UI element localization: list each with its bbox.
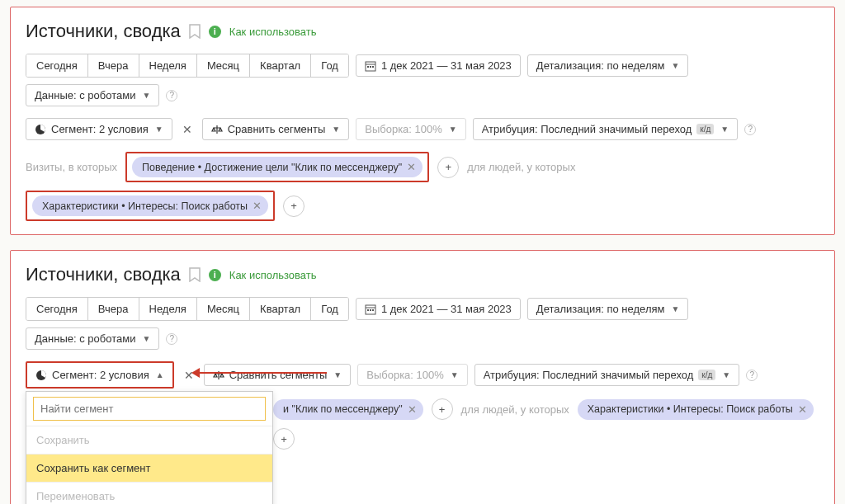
data-mode-select[interactable]: Данные: с роботами▼ — [26, 327, 159, 350]
chip-behavior[interactable]: Поведение • Достижение цели "Клик по мес… — [132, 157, 422, 177]
info-icon: i — [209, 26, 221, 38]
period-yesterday[interactable]: Вчера — [88, 298, 139, 320]
chevron-up-icon: ▲ — [156, 370, 164, 379]
page-title: Источники, сводка — [26, 21, 181, 42]
help-link[interactable]: Как использовать — [229, 269, 317, 281]
svg-rect-2 — [367, 66, 369, 68]
chevron-down-icon: ▼ — [722, 370, 730, 379]
chevron-down-icon: ▼ — [451, 370, 459, 379]
controls-row-2: Сегмент: 2 условия▲ Сохранить Сохранить … — [26, 361, 819, 389]
chip-remove-icon[interactable]: ✕ — [798, 403, 807, 416]
chevron-down-icon: ▼ — [142, 334, 150, 343]
help-icon[interactable]: ? — [166, 90, 177, 101]
chip-interests[interactable]: Характеристики • Интересы: Поиск работы … — [578, 399, 814, 420]
period-today[interactable]: Сегодня — [26, 54, 88, 77]
segment-chips-row: Визиты, в которых Поведение • Достижение… — [26, 152, 819, 221]
date-range-text: 1 дек 2021 — 31 мая 2023 — [381, 59, 512, 72]
highlight-chip-2: Характеристики • Интересы: Поиск работы … — [26, 191, 275, 221]
period-month[interactable]: Месяц — [197, 54, 250, 77]
chip-interests[interactable]: Характеристики • Интересы: Поиск работы … — [32, 195, 268, 216]
help-icon[interactable]: ? — [746, 370, 758, 381]
controls-row-1: Сегодня Вчера Неделя Месяц Квартал Год 1… — [26, 54, 819, 106]
segment-select[interactable]: Сегмент: 2 условия▼ — [26, 118, 172, 140]
dropdown-rename: Переименовать — [26, 482, 272, 504]
chevron-down-icon: ▼ — [449, 125, 457, 134]
dropdown-save-as[interactable]: Сохранить как сегмент — [26, 454, 272, 482]
sample-select[interactable]: Выборка: 100%▼ — [357, 364, 468, 386]
period-today[interactable]: Сегодня — [26, 298, 88, 320]
date-range[interactable]: 1 дек 2021 — 31 мая 2023 — [356, 298, 521, 320]
scale-icon — [213, 370, 224, 381]
attr-badge: к/д — [696, 124, 714, 134]
help-link[interactable]: Как использовать — [229, 26, 317, 38]
date-range-text: 1 дек 2021 — 31 мая 2023 — [381, 303, 512, 315]
period-year[interactable]: Год — [311, 54, 348, 77]
period-quarter[interactable]: Квартал — [250, 54, 311, 77]
page-title: Источники, сводка — [26, 264, 181, 285]
period-month[interactable]: Месяц — [197, 298, 250, 320]
pie-icon — [35, 124, 46, 135]
segment-dropdown: Сохранить Сохранить как сегмент Переимен… — [26, 391, 273, 504]
period-buttons: Сегодня Вчера Неделя Месяц Квартал Год — [26, 54, 349, 78]
chip-remove-icon[interactable]: ✕ — [408, 403, 417, 416]
chip-behavior-partial[interactable]: и "Клик по мессенджеру" ✕ — [273, 399, 423, 420]
compare-select[interactable]: Сравнить сегменты▼ — [202, 118, 350, 140]
add-condition-button[interactable]: + — [273, 428, 295, 450]
add-condition-button[interactable]: + — [437, 157, 459, 178]
segment-area: Сегмент: 2 условия▲ Сохранить Сохранить … — [26, 361, 174, 389]
calendar-icon — [365, 60, 376, 72]
highlight-chip-1: Поведение • Достижение цели "Клик по мес… — [125, 152, 429, 182]
detail-select[interactable]: Детализация: по неделям▼ — [527, 54, 689, 77]
period-week[interactable]: Неделя — [139, 54, 197, 77]
bottom-panel: Источники, сводка i Как использовать Сег… — [10, 250, 835, 504]
chevron-down-icon: ▼ — [142, 91, 150, 100]
chevron-down-icon: ▼ — [671, 304, 679, 313]
date-range[interactable]: 1 дек 2021 — 31 мая 2023 — [356, 54, 521, 77]
period-week[interactable]: Неделя — [139, 298, 197, 320]
add-condition-button[interactable]: + — [432, 398, 453, 420]
calendar-icon — [365, 304, 376, 315]
segment-clear[interactable]: ✕ — [179, 120, 196, 139]
people-label: для людей, у которых — [461, 403, 569, 416]
period-quarter[interactable]: Квартал — [250, 298, 311, 320]
svg-rect-10 — [372, 309, 374, 311]
svg-rect-3 — [370, 66, 371, 68]
svg-rect-8 — [367, 309, 369, 311]
chevron-down-icon: ▼ — [333, 370, 342, 379]
compare-select[interactable]: Сравнить сегменты▼ — [204, 364, 352, 386]
attr-badge: к/д — [698, 370, 715, 380]
attribution-select[interactable]: Атрибуция: Последний значимый переход к/… — [474, 364, 739, 386]
chip-remove-icon[interactable]: ✕ — [253, 200, 262, 212]
help-icon[interactable]: ? — [744, 124, 756, 135]
info-icon: i — [209, 269, 221, 281]
top-panel: Источники, сводка i Как использовать Сег… — [10, 7, 835, 235]
svg-rect-9 — [370, 309, 371, 311]
chip-remove-icon[interactable]: ✕ — [407, 161, 416, 173]
dropdown-save: Сохранить — [26, 426, 272, 454]
period-year[interactable]: Год — [311, 298, 348, 320]
chevron-down-icon: ▼ — [671, 61, 679, 70]
controls-row-1: Сегодня Вчера Неделя Месяц Квартал Год 1… — [26, 297, 819, 350]
period-yesterday[interactable]: Вчера — [88, 54, 139, 77]
segment-select-open[interactable]: Сегмент: 2 условия▲ — [32, 367, 168, 383]
segment-search-input[interactable] — [33, 397, 266, 421]
bookmark-icon[interactable] — [189, 24, 201, 39]
period-buttons: Сегодня Вчера Неделя Месяц Квартал Год — [26, 297, 349, 321]
people-label: для людей, у которых — [467, 161, 575, 173]
controls-row-2: Сегмент: 2 условия▼ ✕ Сравнить сегменты▼… — [26, 118, 819, 140]
pie-icon — [35, 370, 47, 381]
sample-select[interactable]: Выборка: 100%▼ — [356, 118, 466, 140]
visits-label: Визиты, в которых — [26, 161, 117, 173]
chevron-down-icon: ▼ — [332, 125, 340, 134]
data-mode-select[interactable]: Данные: с роботами▼ — [26, 84, 159, 106]
help-icon[interactable]: ? — [166, 333, 177, 345]
bookmark-icon[interactable] — [189, 267, 201, 282]
title-row: Источники, сводка i Как использовать — [26, 264, 819, 285]
annotation-arrow — [195, 372, 327, 374]
detail-select[interactable]: Детализация: по неделям▼ — [527, 298, 689, 320]
add-condition-button[interactable]: + — [283, 195, 304, 217]
attribution-select[interactable]: Атрибуция: Последний значимый переход к/… — [473, 118, 738, 140]
chevron-down-icon: ▼ — [155, 125, 163, 134]
chevron-down-icon: ▼ — [720, 125, 729, 134]
svg-rect-4 — [372, 66, 374, 68]
